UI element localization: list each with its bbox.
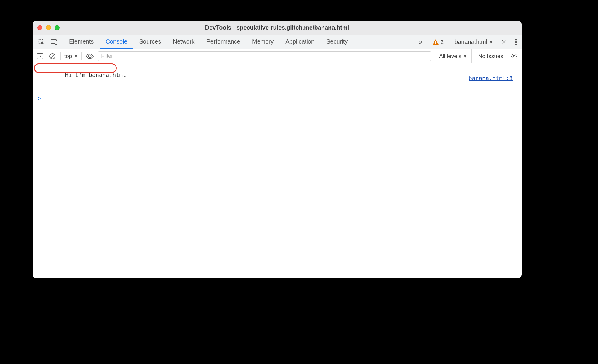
prompt-caret-icon: > [38, 95, 41, 102]
tab-security[interactable]: Security [320, 35, 354, 49]
console-output: Hi I'm banana.html banana.html:8 > [33, 63, 522, 278]
inspect-element-icon[interactable] [37, 38, 46, 46]
tab-memory[interactable]: Memory [246, 35, 279, 49]
minimize-window-button[interactable] [46, 25, 51, 30]
svg-point-13 [89, 55, 91, 57]
panel-tabbar: Elements Console Sources Network Perform… [33, 35, 522, 49]
filter-input[interactable] [98, 51, 431, 61]
device-toolbar-icon[interactable] [50, 38, 59, 46]
more-tabs-button[interactable]: » [417, 38, 424, 46]
traffic-lights [37, 25, 60, 30]
tab-application[interactable]: Application [279, 35, 320, 49]
console-log-source-link[interactable]: banana.html:8 [469, 75, 513, 81]
execution-context-label: top [64, 53, 72, 59]
warning-count: 2 [440, 39, 444, 45]
panel-tabs: Elements Console Sources Network Perform… [63, 35, 354, 49]
issues-indicator[interactable]: No Issues [475, 53, 506, 59]
target-frame-selector[interactable]: banana.html ▼ [452, 35, 495, 49]
svg-point-6 [515, 39, 517, 40]
console-log-message: Hi I'm banana.html [38, 65, 126, 91]
live-expression-button[interactable] [85, 52, 94, 61]
warnings-indicator[interactable]: 2 [428, 35, 448, 49]
console-prompt[interactable]: > [33, 93, 522, 103]
svg-rect-2 [55, 41, 57, 45]
close-window-button[interactable] [37, 25, 42, 30]
separator [60, 52, 61, 60]
tab-performance[interactable]: Performance [201, 35, 247, 49]
log-levels-selector[interactable]: All levels ▼ [435, 49, 472, 63]
window-title: DevTools - speculative-rules.glitch.me/b… [33, 24, 522, 31]
tab-elements[interactable]: Elements [63, 35, 100, 49]
target-frame-label: banana.html [455, 38, 487, 45]
console-settings-button[interactable] [510, 53, 519, 59]
svg-point-8 [515, 44, 517, 45]
clear-console-button[interactable] [48, 52, 57, 61]
execution-context-selector[interactable]: top ▼ [64, 53, 78, 59]
svg-point-14 [513, 55, 515, 57]
toggle-sidebar-button[interactable] [36, 52, 44, 61]
svg-point-7 [515, 41, 517, 43]
chevron-down-icon: ▼ [74, 54, 78, 59]
devtools-window: DevTools - speculative-rules.glitch.me/b… [33, 21, 522, 278]
tab-sources[interactable]: Sources [133, 35, 167, 49]
separator [81, 52, 82, 60]
titlebar: DevTools - speculative-rules.glitch.me/b… [33, 21, 522, 35]
svg-rect-3 [435, 41, 436, 43]
console-log-text: Hi I'm banana.html [65, 72, 126, 78]
console-toolbar: top ▼ All levels ▼ No Issues [33, 49, 522, 63]
chevron-down-icon: ▼ [489, 40, 493, 44]
svg-point-5 [503, 41, 505, 43]
issues-label: No Issues [478, 53, 503, 59]
zoom-window-button[interactable] [55, 25, 60, 30]
tab-network[interactable]: Network [167, 35, 200, 49]
chevron-down-icon: ▼ [463, 54, 467, 59]
more-options-button[interactable] [513, 39, 519, 45]
console-log-row[interactable]: Hi I'm banana.html banana.html:8 [33, 63, 522, 93]
tab-console[interactable]: Console [100, 35, 133, 49]
settings-button[interactable] [499, 39, 509, 45]
warning-icon [433, 39, 439, 45]
svg-rect-4 [435, 43, 436, 44]
log-levels-label: All levels [439, 53, 461, 59]
svg-line-12 [51, 54, 54, 58]
